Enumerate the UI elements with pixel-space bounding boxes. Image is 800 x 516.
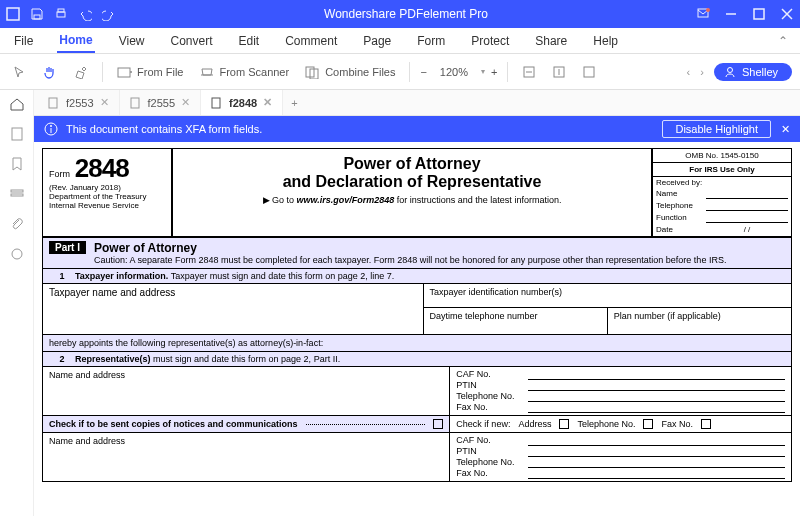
select-tool[interactable]: [8, 63, 30, 81]
telephone-checkbox[interactable]: [643, 419, 653, 429]
menu-protect[interactable]: Protect: [469, 30, 511, 52]
check-sent-checkbox[interactable]: [433, 419, 443, 429]
save-icon[interactable]: [30, 7, 44, 21]
name-field[interactable]: [706, 189, 788, 199]
close-icon[interactable]: [780, 7, 794, 21]
section-1-text: Taxpayer information. Taxpayer informati…: [75, 271, 394, 281]
zoom-value[interactable]: 120%: [433, 66, 475, 78]
zoom-dropdown-icon[interactable]: ▾: [481, 67, 485, 76]
info-bar: This document contains XFA form fields. …: [34, 116, 800, 142]
goto-suffix: for instructions and the latest informat…: [394, 195, 561, 205]
daytime-phone-label: Daytime telephone number: [430, 311, 538, 321]
ptin-label: PTIN: [456, 446, 528, 457]
notification-icon[interactable]: [696, 7, 710, 21]
menu-share[interactable]: Share: [533, 30, 569, 52]
telno-field[interactable]: [528, 391, 785, 402]
zoom-out-button[interactable]: −: [420, 66, 426, 78]
faxno-field[interactable]: [528, 402, 785, 413]
tab-label: f2555: [148, 97, 176, 109]
collapse-ribbon-icon[interactable]: ⌃: [778, 34, 788, 48]
maximize-icon[interactable]: [752, 7, 766, 21]
telno-label: Telephone No.: [456, 457, 528, 468]
telephone-label2: Telephone No.: [577, 419, 635, 429]
attachment-icon[interactable]: [9, 216, 25, 232]
function-field[interactable]: [706, 213, 788, 223]
menu-page[interactable]: Page: [361, 30, 393, 52]
section-2-text: Representative(s) must sign and date thi…: [75, 354, 340, 364]
address-checkbox[interactable]: [559, 419, 569, 429]
thumbnails-icon[interactable]: [9, 126, 25, 142]
from-file-button[interactable]: From File: [113, 63, 187, 81]
tab-f2848[interactable]: f2848 ✕: [201, 90, 283, 115]
daytime-phone-field[interactable]: Daytime telephone number: [424, 308, 607, 334]
fax-checkbox[interactable]: [701, 419, 711, 429]
pdf-tab-icon: [130, 97, 142, 109]
user-account-button[interactable]: Shelley: [714, 63, 792, 81]
close-tab-icon[interactable]: ✕: [181, 96, 190, 109]
ptin-field-2[interactable]: [528, 446, 785, 457]
telno-field-2[interactable]: [528, 457, 785, 468]
from-scanner-label: From Scanner: [219, 66, 289, 78]
ptin-field[interactable]: [528, 380, 785, 391]
menu-view[interactable]: View: [117, 30, 147, 52]
svg-point-18: [727, 67, 732, 72]
zoom-in-button[interactable]: +: [491, 66, 497, 78]
hand-tool[interactable]: [38, 62, 62, 82]
comment-panel-icon[interactable]: [9, 246, 25, 262]
svg-rect-17: [584, 67, 594, 77]
new-tab-button[interactable]: +: [283, 97, 305, 109]
from-scanner-button[interactable]: From Scanner: [195, 63, 293, 81]
menu-help[interactable]: Help: [591, 30, 620, 52]
part1-title: Power of Attorney: [94, 241, 726, 255]
combine-files-button[interactable]: Combine Files: [301, 63, 399, 81]
edit-tool[interactable]: [70, 63, 92, 81]
menu-edit[interactable]: Edit: [237, 30, 262, 52]
fit-width-button[interactable]: [518, 63, 540, 81]
menu-file[interactable]: File: [12, 30, 35, 52]
svg-rect-24: [131, 98, 139, 108]
fit-page-button[interactable]: [548, 63, 570, 81]
undo-icon[interactable]: [78, 7, 92, 21]
taxpayer-name-address-field[interactable]: Taxpayer name and address: [43, 284, 423, 334]
bookmark-icon[interactable]: [9, 156, 25, 172]
name-label: Name: [656, 189, 706, 199]
faxno-field-2[interactable]: [528, 468, 785, 479]
rep-name-address-field-1[interactable]: Name and address: [43, 367, 449, 415]
plan-number-field[interactable]: Plan number (if applicable): [607, 308, 791, 334]
taxpayer-id-field[interactable]: Taxpayer identification number(s): [424, 284, 792, 308]
tab-f2555[interactable]: f2555 ✕: [120, 90, 202, 115]
disable-highlight-button[interactable]: Disable Highlight: [662, 120, 771, 138]
svg-point-28: [50, 125, 52, 127]
print-icon[interactable]: [54, 7, 68, 21]
prev-page-icon[interactable]: ‹: [687, 66, 691, 78]
telephone-field[interactable]: [706, 201, 788, 211]
rep-name-address-field-2[interactable]: Name and address: [43, 433, 449, 481]
function-label: Function: [656, 213, 706, 223]
svg-rect-21: [11, 194, 23, 196]
actual-size-button[interactable]: [578, 63, 600, 81]
menu-comment[interactable]: Comment: [283, 30, 339, 52]
search-panel-icon[interactable]: [9, 186, 25, 202]
zoom-controls: − 120% ▾ +: [420, 66, 497, 78]
caf-field[interactable]: [528, 369, 785, 380]
section-1-number: 1: [49, 271, 75, 281]
close-infobar-icon[interactable]: ✕: [781, 123, 790, 136]
goto-url: www.irs.gov/Form2848: [297, 195, 395, 205]
document-viewport[interactable]: Form 2848 (Rev. January 2018) Department…: [34, 142, 800, 516]
date-field[interactable]: / /: [706, 225, 788, 235]
check-sent-label: Check if to be sent copies of notices an…: [49, 419, 298, 429]
menu-convert[interactable]: Convert: [168, 30, 214, 52]
titlebar: Wondershare PDFelement Pro: [0, 0, 800, 28]
next-page-icon[interactable]: ›: [700, 66, 704, 78]
minimize-icon[interactable]: [724, 7, 738, 21]
redo-icon[interactable]: [102, 7, 116, 21]
menu-form[interactable]: Form: [415, 30, 447, 52]
toolbar: From File From Scanner Combine Files − 1…: [0, 54, 800, 90]
caf-field-2[interactable]: [528, 435, 785, 446]
tab-f2553[interactable]: f2553 ✕: [38, 90, 120, 115]
menu-home[interactable]: Home: [57, 29, 94, 53]
home-icon[interactable]: [9, 96, 25, 112]
form-title-2: and Declaration of Representative: [177, 173, 647, 191]
close-tab-icon[interactable]: ✕: [263, 96, 272, 109]
close-tab-icon[interactable]: ✕: [100, 96, 109, 109]
